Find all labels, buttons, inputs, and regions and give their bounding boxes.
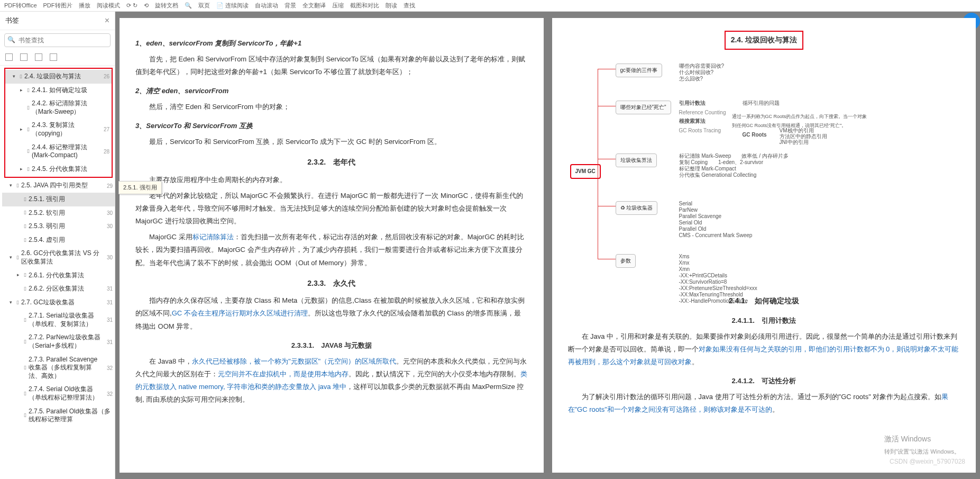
paragraph: 主要存放应用程序中生命周期长的内存对象。 bbox=[135, 174, 528, 186]
toc-item[interactable]: ▾▯2.7. GC垃圾收集器31 bbox=[2, 296, 115, 310]
toc-item[interactable]: ▯2.4.2. 标记清除算法（Mark-Sweep） bbox=[5, 97, 112, 119]
toc-item[interactable]: ▯2.5.2. 软引用30 bbox=[2, 206, 115, 220]
toc-item[interactable]: ▯2.7.2. ParNew垃圾收集器（Serial+多线程）31 bbox=[2, 331, 115, 353]
section-heading: 3、ServicorTo 和 ServicorFrom 互换 bbox=[135, 120, 528, 132]
bookmark-icon[interactable] bbox=[35, 53, 42, 61]
bookmark-icon[interactable] bbox=[50, 53, 57, 61]
toolbar-item[interactable]: PDF转Office bbox=[4, 2, 37, 10]
csdn-watermark: CSDN @weixin_57907028 bbox=[890, 456, 965, 467]
section-heading: 2、清空 eden、servicorFrom bbox=[135, 85, 528, 97]
bookmark-search-input[interactable] bbox=[4, 33, 111, 47]
expand-icon[interactable] bbox=[5, 53, 13, 61]
highlighted-title: 2.4. 垃圾回收与算法 bbox=[725, 31, 803, 50]
toolbar-item[interactable]: 播放 bbox=[79, 2, 90, 10]
mindmap-diagram: JVM GC gc要做的三件事哪些内容需要回收?什么时候回收?怎么回收?哪些对象… bbox=[568, 58, 960, 286]
search-icon: 🔍 bbox=[7, 36, 15, 43]
mindmap-node: ♻ 垃圾收集器 bbox=[616, 201, 658, 215]
mindmap-node: 哪些对象已经"死亡" bbox=[616, 101, 671, 115]
toc-item[interactable]: ▯2.5.3. 弱引用30 bbox=[2, 220, 115, 233]
paragraph: 为了解决引用计数法的循环引用问题，Java 使用了可达性分析的方法。通过一系列的… bbox=[568, 391, 960, 416]
windows-activation-watermark: 激活 Windows 转到"设置"以激活 Windows。 bbox=[884, 432, 960, 457]
toc-item[interactable]: ▯2.5.4. 虚引用 bbox=[2, 233, 115, 247]
toc-item[interactable]: ▾▯2.4. 垃圾回收与算法26 bbox=[5, 70, 112, 84]
paragraph: 首先，把 Eden 和 ServivorFrom 区域中存活的对象复制到 Ser… bbox=[135, 53, 528, 78]
text-link: GC 不会在主程序运行期对永久区域进行清理 bbox=[172, 309, 308, 317]
mindmap-leaf: CMS - Concurrent Mark Sweep bbox=[679, 231, 753, 241]
sidebar-title: 书签 bbox=[5, 16, 19, 25]
text-link: 标记清除算法 bbox=[193, 233, 234, 241]
toc-item[interactable]: ▾▯2.6. GC分代收集算法 VS 分区收集算法30 bbox=[2, 247, 115, 268]
section-heading: 2.4.1.1. 引用计数法 bbox=[568, 314, 960, 327]
mindmap-root: JVM GC bbox=[570, 164, 601, 179]
toolbar-item[interactable]: ⟳ ↻ bbox=[126, 2, 138, 9]
sidebar-actions bbox=[0, 50, 115, 66]
toc-item[interactable]: ▸▯2.4.5. 分代收集算法 bbox=[5, 162, 112, 176]
toc-item[interactable]: ▸▯2.4.3. 复制算法（copying）27 bbox=[5, 119, 112, 140]
mindmap-node: 参数 bbox=[616, 254, 636, 268]
toc-item[interactable]: ▯2.7.5. Parallel Old收集器（多线程标记整理算 bbox=[2, 405, 115, 427]
toolbar-item[interactable]: 压缩 bbox=[332, 2, 344, 10]
toolbar-item[interactable]: 背景 bbox=[285, 2, 296, 10]
paragraph: 最后，ServicorTo 和 ServicorFrom 互换，原 Servic… bbox=[135, 135, 528, 148]
toolbar-item[interactable]: ⟲ bbox=[144, 2, 149, 9]
section-heading: 2.4.1.2. 可达性分析 bbox=[568, 375, 960, 387]
section-heading: 1、eden、servicorFrom 复制到 ServicorTo，年龄+1 bbox=[135, 37, 528, 50]
section-heading: 2.3.3.1. JAVA8 与元数据 bbox=[135, 339, 528, 352]
mindmap-leaf: 怎么回收? bbox=[679, 74, 703, 84]
toc-item[interactable]: ▯2.6.2. 分区收集算法31 bbox=[2, 282, 115, 296]
mindmap-leaf: 分代收集 Generational Collecting bbox=[679, 170, 757, 180]
section-heading: 2.4.1. 如何确定垃圾 bbox=[568, 294, 960, 308]
toc-item[interactable]: ▯2.7.1. Serial垃圾收集器（单线程、复制算法）31 bbox=[2, 309, 115, 331]
toolbar-item[interactable]: 📄 连续阅读 bbox=[216, 2, 249, 10]
mindmap-node: gc要做的三件事 bbox=[616, 64, 663, 78]
toolbar-item[interactable]: 全文翻译 bbox=[303, 2, 326, 10]
bookmark-sidebar: 书签 × 🔍 ▾▯2.4. 垃圾回收与算法26▸▯2.4.1. 如何确定垃圾▯2… bbox=[0, 12, 115, 479]
paragraph: 老年代的对象比较稳定，所以 MajorGC 不会频繁执行。在进行 MajorGC… bbox=[135, 189, 528, 228]
mindmap-leaf: -XX:-HandlePromotionFailure bbox=[679, 296, 748, 306]
toolbar-item[interactable]: 朗读 bbox=[386, 2, 397, 10]
toolbar-item[interactable]: PDF转图片 bbox=[43, 2, 72, 10]
toc-item[interactable]: ▯2.7.3. Parallel Scavenge收集器（多线程复制算法、高效）… bbox=[2, 353, 115, 383]
toc-tooltip: 2.5.1. 强引用 bbox=[118, 181, 162, 194]
close-icon[interactable]: × bbox=[105, 16, 109, 25]
toc-item[interactable]: ▯2.7.4. Serial Old收集器（单线程标记整理算法）32 bbox=[2, 383, 115, 404]
document-viewport: ✎ 1、eden、servicorFrom 复制到 ServicorTo，年龄+… bbox=[115, 12, 980, 479]
document-page-right: 2.4. 垃圾回收与算法 JVM GC gc要做的三件事哪些内容需要回收?什么时… bbox=[552, 18, 976, 473]
section-heading: 2.3.3. 永久代 bbox=[135, 277, 528, 291]
paragraph: 在 Java 中，引用和对象是有关联的。如果要操作对象则必须用引用进行。因此，很… bbox=[568, 330, 960, 368]
toc-item[interactable]: ▸▯2.6.1. 分代收集算法 bbox=[2, 269, 115, 283]
top-toolbar: PDF转Office PDF转图片 播放 阅读模式 ⟳ ↻ ⟲ 旋转文档 🔍 双… bbox=[0, 0, 980, 12]
toc-item[interactable]: ▾▯2.5. JAVA 四中引用类型29 bbox=[2, 179, 115, 193]
paragraph: 在 Java8 中，永久代已经被移除，被一个称为"元数据区"（元空间）的区域所取… bbox=[135, 355, 528, 406]
toc-item[interactable]: ▯2.5.1. 强引用 bbox=[2, 193, 115, 206]
toolbar-item[interactable]: 查找 bbox=[404, 2, 415, 10]
toolbar-item[interactable]: 阅读模式 bbox=[97, 2, 120, 10]
document-page-left: 1、eden、servicorFrom 复制到 ServicorTo，年龄+1 … bbox=[120, 18, 544, 473]
toolbar-item[interactable]: 截图和对比 bbox=[350, 2, 379, 10]
section-heading: 2.3.2. 老年代 bbox=[135, 156, 528, 169]
paragraph: MajorGC 采用标记清除算法：首先扫描一次所有老年代，标记出存活的对象，然后… bbox=[135, 231, 528, 269]
mindmap-node: 垃圾收集算法 bbox=[616, 153, 657, 168]
toc-highlighted-section: ▾▯2.4. 垃圾回收与算法26▸▯2.4.1. 如何确定垃圾▯2.4.2. 标… bbox=[4, 68, 113, 178]
toc-item[interactable]: ▯2.4.4. 标记整理算法(Mark-Compact)28 bbox=[5, 141, 112, 162]
toc-tree: ▾▯2.4. 垃圾回收与算法26▸▯2.4.1. 如何确定垃圾▯2.4.2. 标… bbox=[0, 66, 115, 479]
toolbar-item[interactable]: 旋转文档 bbox=[155, 2, 178, 10]
toolbar-item[interactable]: 双页 bbox=[198, 2, 210, 10]
paragraph: 然后，清空 Eden 和 ServicorFrom 中的对象； bbox=[135, 101, 528, 113]
toc-item[interactable]: ▸▯2.4.1. 如何确定垃圾 bbox=[5, 84, 112, 97]
toolbar-item[interactable]: 🔍 bbox=[185, 2, 192, 9]
paragraph: 指内存的永久保存区域，主要存放 Class 和 Meta（元数据）的信息,Cla… bbox=[135, 294, 528, 332]
collapse-icon[interactable] bbox=[20, 53, 28, 61]
toolbar-item[interactable]: 自动滚动 bbox=[255, 2, 278, 10]
